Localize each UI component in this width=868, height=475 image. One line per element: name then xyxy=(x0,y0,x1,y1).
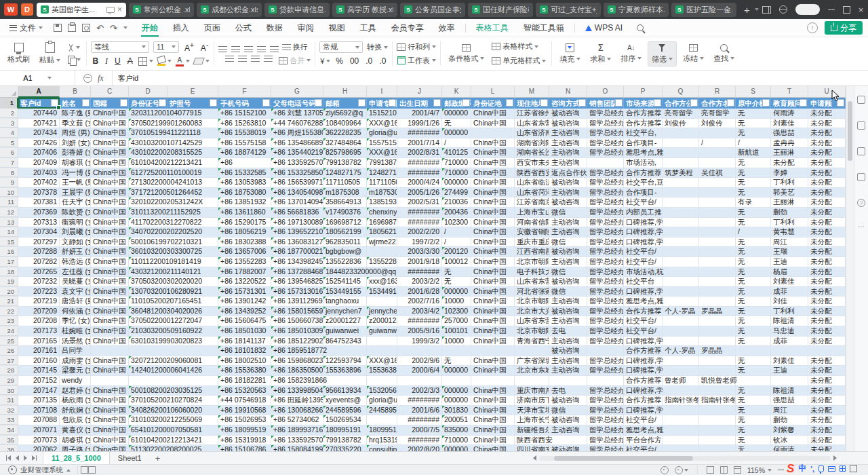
cell[interactable] xyxy=(471,128,515,138)
cell[interactable]: 口碑推荐,学 xyxy=(624,218,663,227)
cell[interactable] xyxy=(699,227,736,237)
formula-input[interactable]: 客户id xyxy=(112,71,139,86)
cell[interactable]: / xyxy=(442,227,471,237)
new-tab-button[interactable]: + xyxy=(744,4,750,16)
cell[interactable] xyxy=(587,346,624,356)
cell[interactable]: 被动咨询 xyxy=(549,109,587,118)
fill-button[interactable]: 填充 xyxy=(556,42,584,66)
cell[interactable]: +86 1598680231 xyxy=(271,356,323,366)
cell[interactable]: jennychen7 xyxy=(367,307,397,316)
align-bottom-icon[interactable] xyxy=(244,46,253,52)
cell[interactable]: 刘俊伶 xyxy=(699,119,736,128)
cell[interactable]: 10000 xyxy=(442,297,471,306)
cell[interactable]: 180995191 xyxy=(367,425,397,435)
cell[interactable] xyxy=(736,376,771,385)
header-cell[interactable]: 姓名 xyxy=(60,98,91,109)
menu-tab-数据[interactable]: 数据 xyxy=(259,19,290,37)
cell[interactable]: 市场活动, xyxy=(624,158,663,168)
cell[interactable]: 主动咨询 xyxy=(549,188,587,197)
cell[interactable]: 2002/3/3 xyxy=(397,386,442,396)
cell[interactable]: +86 1300682663 xyxy=(271,406,323,415)
cell[interactable]: China中国 xyxy=(91,119,129,128)
more-icon[interactable]: ⋯ xyxy=(857,225,865,233)
row-number[interactable]: 13 xyxy=(0,218,18,227)
cell[interactable]: 袁文宇 (女 xyxy=(60,287,91,297)
cell[interactable]: 主动咨询 xyxy=(549,257,587,267)
cell[interactable]: China中国 xyxy=(91,445,129,451)
cell[interactable]: 主动咨询 xyxy=(549,337,587,346)
cell[interactable]: chenxinyur xyxy=(367,208,397,217)
header-cell[interactable]: 教育顾问 xyxy=(771,98,808,109)
cell[interactable]: 271302200004241013 xyxy=(129,178,218,187)
cell[interactable]: 合作方推荐 xyxy=(624,376,663,385)
cell[interactable]: 社交平台/ xyxy=(624,257,663,267)
cell[interactable]: 河北省张家 xyxy=(515,287,549,297)
cell[interactable]: 王迪 xyxy=(771,257,808,267)
column-header-S[interactable]: S xyxy=(736,86,771,98)
cell[interactable]: 社交平台,豆 xyxy=(624,178,663,187)
cell[interactable]: China中国 xyxy=(471,425,515,435)
cell[interactable]: 2001/6/6 xyxy=(397,406,442,415)
cell[interactable]: China中国 xyxy=(471,208,515,217)
filter-dropdown-icon[interactable] xyxy=(690,99,698,107)
cell[interactable]: 207088 xyxy=(18,415,60,425)
cell[interactable]: 未分配 xyxy=(808,366,846,375)
file-menu[interactable]: 文件 xyxy=(5,22,47,34)
cell[interactable] xyxy=(663,247,699,256)
cell[interactable]: 207135 xyxy=(18,396,60,405)
row-number[interactable]: 28 xyxy=(0,366,18,375)
cell[interactable]: China中国 xyxy=(91,238,129,247)
cell[interactable]: 130703200106280921 xyxy=(129,287,218,297)
keyboard-icon[interactable] xyxy=(828,466,835,472)
minimize-icon[interactable] xyxy=(828,10,835,10)
cell[interactable]: China中国 xyxy=(91,247,129,256)
cell[interactable]: +86 18302388 xyxy=(218,238,271,247)
cell[interactable] xyxy=(771,346,808,356)
cell[interactable] xyxy=(771,376,808,385)
horizontal-scrollbar[interactable] xyxy=(533,455,837,461)
row-number[interactable]: 5 xyxy=(0,138,18,148)
cell[interactable]: 无 xyxy=(736,277,771,286)
filter-dropdown-icon[interactable] xyxy=(654,99,661,107)
cell[interactable]: 留学总经办 xyxy=(587,218,624,227)
cell[interactable]: 留学总经办 xyxy=(587,287,624,297)
cell[interactable] xyxy=(699,287,736,297)
cell[interactable]: 北京市朝阳 xyxy=(515,257,549,267)
cell[interactable]: 赵君婷 (女 xyxy=(60,386,91,396)
undo-icon[interactable]: ↶ xyxy=(96,23,104,33)
menu-tab-工具[interactable]: 工具 xyxy=(353,19,384,37)
cell[interactable]: 169698712 xyxy=(323,218,367,227)
cell[interactable]: 102300 xyxy=(442,218,471,227)
row-number[interactable]: 6 xyxy=(0,148,18,157)
cell[interactable]: 370502200012272047 xyxy=(129,316,218,326)
cell[interactable]: 180562199 xyxy=(367,227,397,237)
cell[interactable]: 周子路 (女 xyxy=(60,445,91,451)
cell[interactable]: 360481200304020026 xyxy=(129,307,218,316)
cell[interactable]: +86 1565399710 xyxy=(271,178,323,187)
cell[interactable]: 124827175 xyxy=(323,168,367,178)
cell[interactable]: +86 18099519 xyxy=(218,425,271,435)
cell[interactable] xyxy=(549,436,587,445)
document-tab[interactable]: S国任财产保险样本.x xyxy=(468,3,533,17)
cell[interactable]: 257000 xyxy=(442,316,471,326)
cell[interactable] xyxy=(699,386,736,396)
header-cell[interactable]: 身份证地 xyxy=(471,98,515,109)
cell[interactable]: 江苏省南京 xyxy=(515,197,549,207)
cell[interactable]: 刘佳 xyxy=(771,297,808,306)
cell[interactable]: 2002/2/20 xyxy=(397,227,442,237)
row-number[interactable]: 25 xyxy=(0,337,18,346)
cell[interactable]: 000000 xyxy=(442,178,471,187)
cell[interactable]: 北京市朝阳 xyxy=(515,297,549,306)
row-number[interactable]: 12 xyxy=(0,208,18,217)
menu-tab-审阅[interactable]: 审阅 xyxy=(290,19,321,37)
cell[interactable]: 200436 xyxy=(442,208,471,217)
cell[interactable]: 无 xyxy=(736,366,771,375)
cell[interactable]: 124827175 xyxy=(367,168,397,178)
cell[interactable]: 117110505 xyxy=(367,178,397,187)
cell[interactable]: 2003/2/2 xyxy=(397,277,442,286)
cell[interactable]: 未分配 xyxy=(808,238,846,247)
cell[interactable]: tanghaoxu xyxy=(323,297,367,306)
row-number[interactable]: 22 xyxy=(0,307,18,316)
cell[interactable]: 无 xyxy=(736,356,771,366)
cell[interactable]: 留学总经办 xyxy=(587,257,624,267)
